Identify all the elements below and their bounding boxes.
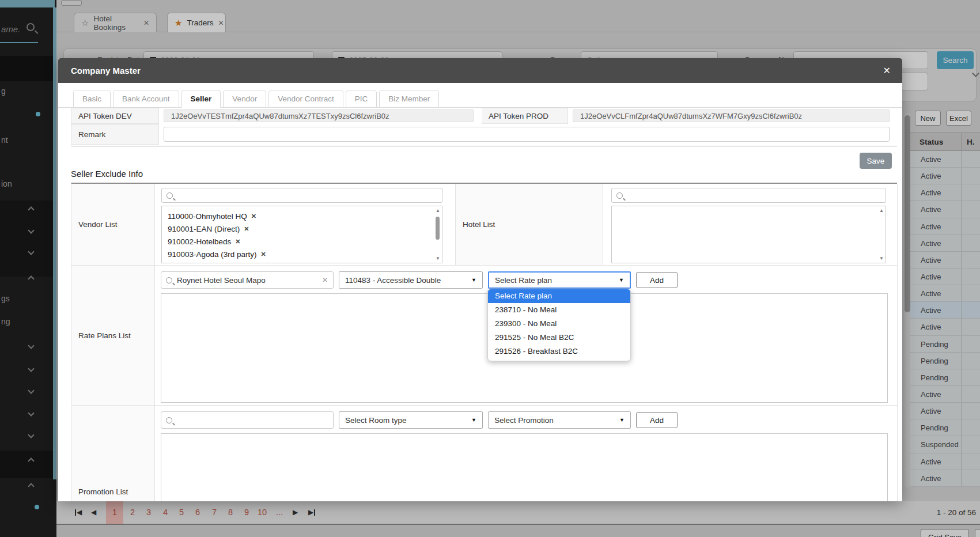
dropdown-option-selected[interactable]: Select Rate plan — [488, 289, 630, 303]
scrollbar-thumb[interactable] — [436, 217, 440, 240]
company-master-modal: Company Master ✕ Basic Bank Account Sell… — [58, 58, 902, 501]
vendor-chip: 910003-Agoda (3rd party)✕ — [162, 248, 442, 260]
section-divider — [71, 146, 897, 146]
rate-plans-list-label: Rate Plans List — [71, 266, 155, 406]
modal-header: Company Master ✕ — [58, 58, 902, 83]
api-token-prod-label: API Token PROD — [482, 108, 568, 124]
vendor-chip: 910002-Hotelbeds✕ — [162, 235, 442, 248]
promotion-list-box — [161, 433, 888, 501]
search-icon — [166, 417, 172, 423]
hotel-list-box: ▲ ▼ — [611, 206, 886, 263]
tab-pic[interactable]: PIC — [346, 90, 377, 108]
modal-tab-bar: Basic Bank Account Seller Vendor Vendor … — [58, 83, 902, 108]
promotion-search-input[interactable] — [161, 411, 334, 429]
tab-seller[interactable]: Seller — [181, 90, 221, 108]
save-button[interactable]: Save — [860, 153, 892, 169]
add-promotion-button[interactable]: Add — [636, 412, 678, 428]
modal-title: Company Master — [71, 66, 141, 75]
caret-down-icon: ▼ — [471, 417, 476, 423]
list-scrollbar[interactable]: ▲ ▼ — [434, 207, 441, 262]
vendor-chip: 910001-EAN (Direct)✕ — [162, 222, 442, 235]
remove-icon[interactable]: ✕ — [251, 213, 256, 220]
search-value: Roynet Hotel Seoul Mapo — [177, 276, 266, 285]
promotion-list-label: Promotion List — [71, 406, 155, 501]
rate-plan-dropdown-menu: Select Rate plan 238710 - No Meal 239300… — [487, 289, 631, 361]
dropdown-option[interactable]: 239300 - No Meal — [488, 317, 630, 331]
tab-basic[interactable]: Basic — [73, 90, 111, 108]
remark-label: Remark — [71, 124, 159, 145]
hotel-list-label: Hotel List — [456, 184, 603, 266]
search-icon — [616, 192, 623, 199]
rate-plan-select[interactable]: Select Rate plan ▼ — [488, 271, 631, 289]
api-token-prod-input[interactable] — [573, 109, 890, 122]
search-icon — [166, 277, 172, 283]
section-title: Seller Exclude Info — [71, 169, 143, 179]
rate-hotel-search-input[interactable]: Roynet Hotel Seoul Mapo ✕ — [161, 271, 334, 289]
remove-icon[interactable]: ✕ — [261, 251, 266, 258]
hotel-search-input[interactable] — [611, 188, 886, 203]
room-type-select[interactable]: 110483 - Accessible Double ▼ — [339, 271, 483, 289]
remove-icon[interactable]: ✕ — [244, 225, 249, 233]
promotion-select[interactable]: Select Promotion ▼ — [488, 411, 631, 429]
scroll-up-icon[interactable]: ▲ — [879, 208, 884, 213]
vendor-list-cell: 110000-Ohmyhotel HQ✕ 910001-EAN (Direct)… — [155, 184, 456, 266]
seller-exclude-table: Vendor List 110000-Ohmyhotel HQ✕ 910001-… — [71, 183, 897, 501]
tab-vendor[interactable]: Vendor — [223, 90, 266, 108]
tab-vendor-contract[interactable]: Vendor Contract — [268, 90, 343, 108]
caret-down-icon: ▼ — [619, 417, 625, 423]
promo-room-type-select[interactable]: Select Room type ▼ — [339, 411, 483, 429]
caret-down-icon: ▼ — [471, 277, 476, 283]
vendor-search-input[interactable] — [161, 188, 442, 203]
add-rate-plan-button[interactable]: Add — [636, 272, 678, 288]
tab-bank-account[interactable]: Bank Account — [113, 90, 179, 108]
vendor-list-box: 110000-Ohmyhotel HQ✕ 910001-EAN (Direct)… — [161, 206, 442, 263]
caret-down-icon: ▼ — [619, 277, 624, 283]
vendor-list-label: Vendor List — [71, 184, 155, 266]
close-icon[interactable]: ✕ — [883, 65, 891, 76]
api-token-dev-input[interactable] — [164, 109, 474, 122]
tab-biz-member[interactable]: Biz Member — [379, 90, 439, 108]
dropdown-option[interactable]: 291525 - No Meal B2C — [488, 331, 630, 345]
dropdown-option[interactable]: 238710 - No Meal — [488, 303, 630, 317]
hotel-list-cell: ▲ ▼ — [603, 184, 898, 266]
remove-icon[interactable]: ✕ — [235, 238, 240, 245]
scroll-down-icon[interactable]: ▼ — [436, 256, 440, 261]
dropdown-option[interactable]: 291526 - Breakfast B2C — [488, 345, 630, 358]
list-scrollbar[interactable]: ▲ ▼ — [877, 207, 885, 262]
promotion-cell: Select Room type ▼ Select Promotion ▼ Ad… — [155, 406, 898, 501]
remark-input[interactable] — [164, 127, 890, 142]
api-token-form: API Token DEV API Token PROD Remark — [71, 108, 897, 145]
search-icon — [167, 192, 173, 199]
clear-icon[interactable]: ✕ — [322, 276, 328, 284]
scroll-up-icon[interactable]: ▲ — [436, 208, 440, 213]
api-token-dev-label: API Token DEV — [71, 108, 159, 124]
vendor-chip: 110000-Ohmyhotel HQ✕ — [162, 210, 442, 222]
scroll-down-icon[interactable]: ▼ — [879, 256, 884, 261]
